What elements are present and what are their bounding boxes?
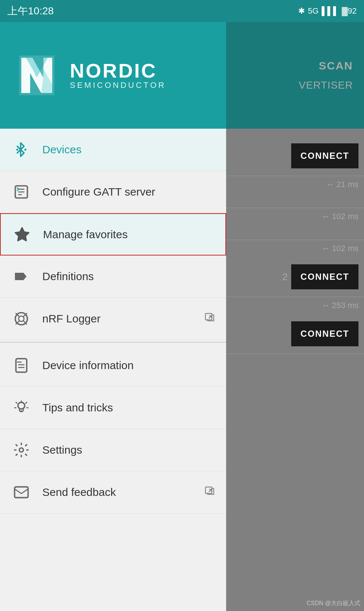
sidebar-item-favorites-label: Manage favorites bbox=[43, 228, 214, 241]
svg-point-12 bbox=[18, 402, 24, 409]
mail-icon bbox=[11, 482, 31, 503]
sidebar-item-tips-label: Tips and tricks bbox=[42, 401, 215, 414]
svg-point-4 bbox=[24, 149, 26, 151]
device-list: CONNECT ↔ 21 ms ↔ 102 ms ↔ 102 ms 2 CONN… bbox=[226, 129, 364, 354]
nordic-logo-icon bbox=[15, 53, 59, 97]
sidebar-item-settings-label: Settings bbox=[42, 444, 215, 456]
svg-point-11 bbox=[17, 361, 18, 363]
brand-sub: SEMICONDUCTOR bbox=[70, 81, 166, 90]
logger-icon bbox=[11, 309, 31, 329]
network-type: 5G bbox=[308, 6, 318, 16]
scan-button[interactable]: SCAN bbox=[319, 60, 353, 72]
status-icons: ✱ 5G ▌▌▌ ▓92 bbox=[298, 6, 357, 16]
svg-point-5 bbox=[16, 149, 18, 151]
interval-1: ↔ 21 ms bbox=[226, 176, 364, 193]
device-row: CONNECT bbox=[226, 314, 364, 354]
svg-rect-10 bbox=[16, 359, 26, 372]
svg-rect-14 bbox=[14, 487, 28, 497]
sidebar-item-devices-label: Devices bbox=[42, 143, 215, 156]
sidebar-item-favorites[interactable]: Manage favorites bbox=[0, 213, 226, 256]
interval-2: ↔ 102 ms bbox=[226, 208, 364, 225]
sidebar-item-device-info[interactable]: Device information bbox=[0, 344, 226, 387]
interval-3: ↔ 102 ms bbox=[226, 240, 364, 257]
gatt-icon bbox=[11, 182, 31, 202]
sidebar-item-device-info-label: Device information bbox=[42, 359, 215, 372]
tag-icon bbox=[11, 267, 31, 287]
connect-button-1[interactable]: CONNECT bbox=[291, 143, 358, 168]
external-link-icon-feedback bbox=[204, 486, 215, 499]
sidebar-item-definitions[interactable]: Definitions bbox=[0, 256, 226, 298]
sidebar-item-tips[interactable]: Tips and tricks bbox=[0, 387, 226, 429]
connect-button-3[interactable]: CONNECT bbox=[291, 321, 358, 346]
info-icon bbox=[11, 355, 31, 376]
sidebar-menu: Devices Configure GATT server Manage fav… bbox=[0, 129, 226, 611]
advertiser-label: VERTISER bbox=[299, 79, 353, 91]
watermark: CSDN @大白嵌入式 bbox=[307, 600, 360, 607]
device-row bbox=[226, 225, 364, 240]
gear-icon bbox=[11, 440, 31, 460]
sidebar-item-devices[interactable]: Devices bbox=[0, 129, 226, 171]
sidebar-item-definitions-label: Definitions bbox=[42, 270, 215, 283]
nordic-text: NORDIC SEMICONDUCTOR bbox=[70, 61, 166, 90]
brand-name: NORDIC bbox=[70, 61, 166, 81]
right-header: SCAN VERTISER bbox=[226, 22, 364, 129]
status-bar: 上午10:28 ✱ 5G ▌▌▌ ▓92 bbox=[0, 0, 364, 22]
bulb-icon bbox=[11, 398, 31, 418]
menu-divider bbox=[0, 342, 226, 343]
device-row: CONNECT bbox=[226, 136, 364, 176]
sidebar-item-settings[interactable]: Settings bbox=[0, 429, 226, 471]
battery-icon: ▓92 bbox=[342, 6, 357, 16]
svg-point-13 bbox=[19, 448, 23, 452]
bluetooth-status-icon: ✱ bbox=[298, 6, 305, 16]
sidebar-item-logger-label: nRF Logger bbox=[42, 312, 204, 325]
sidebar-item-gatt-label: Configure GATT server bbox=[42, 186, 215, 198]
sidebar-item-gatt[interactable]: Configure GATT server bbox=[0, 171, 226, 213]
status-time: 上午10:28 bbox=[7, 4, 54, 18]
external-link-icon bbox=[204, 312, 215, 326]
logo-container: NORDIC SEMICONDUCTOR bbox=[15, 53, 166, 97]
interval-4: ↔ 253 ms bbox=[226, 297, 364, 314]
star-icon bbox=[12, 224, 32, 244]
device-row: 2 CONNECT bbox=[226, 257, 364, 297]
sidebar-item-feedback-label: Send feedback bbox=[42, 486, 204, 499]
connect-button-2[interactable]: CONNECT bbox=[291, 264, 358, 289]
sidebar-item-feedback[interactable]: Send feedback bbox=[0, 471, 226, 514]
signal-icon: ▌▌▌ bbox=[322, 6, 339, 16]
sidebar-item-logger[interactable]: nRF Logger bbox=[0, 298, 226, 340]
bluetooth-icon bbox=[11, 140, 31, 160]
right-panel: SCAN VERTISER CONNECT ↔ 21 ms ↔ 102 ms ↔… bbox=[226, 22, 364, 611]
device-row bbox=[226, 193, 364, 208]
app-header: NORDIC SEMICONDUCTOR bbox=[0, 22, 226, 129]
